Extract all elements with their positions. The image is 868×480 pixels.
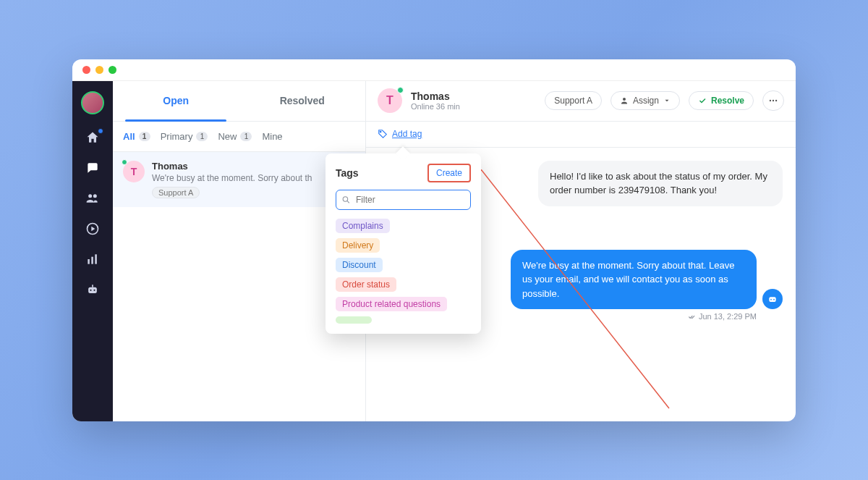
- tag-row: Add tag: [366, 122, 796, 148]
- titlebar: [72, 59, 796, 81]
- tab-open[interactable]: Open: [113, 81, 239, 121]
- app-body: Open Resolved All 1 Primary 1 New 1 Mine: [72, 81, 796, 421]
- count-badge: 1: [240, 132, 252, 141]
- tag-filter-input[interactable]: [336, 190, 471, 210]
- nav-sidebar: [72, 81, 113, 421]
- bot-avatar-icon: [762, 289, 783, 309]
- incoming-message: Hello! I'd like to ask about the status …: [538, 161, 783, 206]
- assignee-chip: Support A: [152, 187, 200, 198]
- contact-avatar: T: [123, 161, 145, 182]
- assign-label: Assign: [633, 96, 659, 106]
- person-icon: [620, 96, 629, 105]
- svg-rect-7: [92, 285, 93, 287]
- tag-option-complains[interactable]: Complains: [336, 219, 390, 233]
- online-dot: [122, 159, 127, 165]
- tag-option-list: Complains Delivery Discount Order status…: [336, 219, 471, 324]
- dots-icon: [768, 96, 778, 106]
- avatar-initial: T: [386, 94, 393, 107]
- search-icon: [341, 195, 351, 204]
- subtab-label: All: [123, 131, 135, 142]
- svg-point-10: [773, 100, 774, 101]
- maximize-window-button[interactable]: [109, 66, 116, 74]
- minimize-window-button[interactable]: [95, 66, 103, 74]
- conversation-body: Thomas We're busy at the moment. Sorry a…: [152, 161, 355, 198]
- tag-option-partial[interactable]: [336, 316, 372, 324]
- svg-rect-4: [88, 287, 97, 292]
- resolve-label: Resolve: [711, 96, 744, 106]
- subtab-label: Primary: [161, 131, 193, 142]
- check-icon: [698, 96, 707, 105]
- add-tag-link[interactable]: Add tag: [392, 129, 422, 139]
- subtab-label: New: [218, 131, 237, 142]
- svg-rect-1: [88, 259, 90, 264]
- tag-option-delivery[interactable]: Delivery: [336, 238, 380, 253]
- svg-point-15: [773, 299, 775, 300]
- svg-point-14: [770, 299, 772, 300]
- chevron-down-icon: [663, 97, 671, 104]
- bot-icon[interactable]: [85, 282, 100, 297]
- main-tabs: Open Resolved: [113, 81, 365, 122]
- svg-point-16: [343, 196, 348, 201]
- svg-point-11: [775, 100, 777, 101]
- svg-point-9: [770, 100, 771, 101]
- create-tag-button[interactable]: Create: [427, 164, 471, 182]
- play-icon[interactable]: [85, 222, 100, 236]
- double-check-icon: [688, 313, 696, 321]
- subtab-all[interactable]: All 1: [123, 131, 150, 142]
- tag-option-order-status[interactable]: Order status: [336, 277, 396, 292]
- message-snippet: We're busy at the moment. Sorry about th: [152, 173, 355, 183]
- count-badge: 1: [196, 132, 208, 141]
- subtab-new[interactable]: New 1: [218, 131, 252, 142]
- visitors-icon[interactable]: [85, 191, 100, 206]
- app-window: Open Resolved All 1 Primary 1 New 1 Mine: [72, 59, 796, 421]
- home-icon[interactable]: [85, 130, 100, 145]
- outgoing-message: We're busy at the moment. Sorry about th…: [511, 250, 757, 310]
- svg-rect-13: [769, 297, 775, 302]
- tags-popover: Tags Create Complains Delivery Discount …: [326, 153, 481, 334]
- assign-button[interactable]: Assign: [610, 91, 680, 110]
- chat-header: T Thomas Online 36 min Support A Assign …: [366, 81, 796, 122]
- tab-resolved[interactable]: Resolved: [239, 81, 366, 121]
- message-timestamp: Jun 13, 2:29 PM: [688, 312, 757, 321]
- svg-point-6: [93, 289, 95, 290]
- subtab-mine[interactable]: Mine: [262, 131, 282, 142]
- resolve-button[interactable]: Resolve: [689, 91, 754, 110]
- subtab-primary[interactable]: Primary 1: [161, 131, 208, 142]
- count-badge: 1: [139, 132, 150, 141]
- tag-option-product[interactable]: Product related questions: [336, 297, 447, 311]
- support-group-pill[interactable]: Support A: [545, 91, 602, 110]
- svg-point-12: [380, 131, 381, 132]
- svg-point-8: [623, 98, 626, 101]
- conversations-icon[interactable]: [85, 161, 100, 175]
- filter-tabs: All 1 Primary 1 New 1 Mine: [113, 122, 365, 152]
- tag-option-discount[interactable]: Discount: [336, 258, 383, 272]
- chat-title-block: Thomas Online 36 min: [411, 90, 460, 111]
- svg-rect-3: [95, 254, 97, 264]
- online-dot: [397, 87, 404, 93]
- subtab-label: Mine: [262, 131, 282, 142]
- svg-point-5: [90, 289, 91, 290]
- tag-icon: [378, 129, 388, 139]
- close-window-button[interactable]: [82, 66, 90, 74]
- avatar-initial: T: [131, 166, 137, 177]
- notification-dot: [98, 128, 103, 134]
- more-options-button[interactable]: [762, 90, 784, 111]
- chat-contact-avatar: T: [378, 88, 402, 113]
- user-avatar[interactable]: [81, 91, 104, 114]
- chat-contact-name: Thomas: [411, 90, 460, 102]
- contact-name: Thomas: [152, 161, 355, 172]
- chat-status: Online 36 min: [411, 102, 460, 111]
- popover-title: Tags: [336, 167, 359, 179]
- svg-rect-2: [91, 256, 93, 264]
- analytics-icon[interactable]: [85, 252, 100, 266]
